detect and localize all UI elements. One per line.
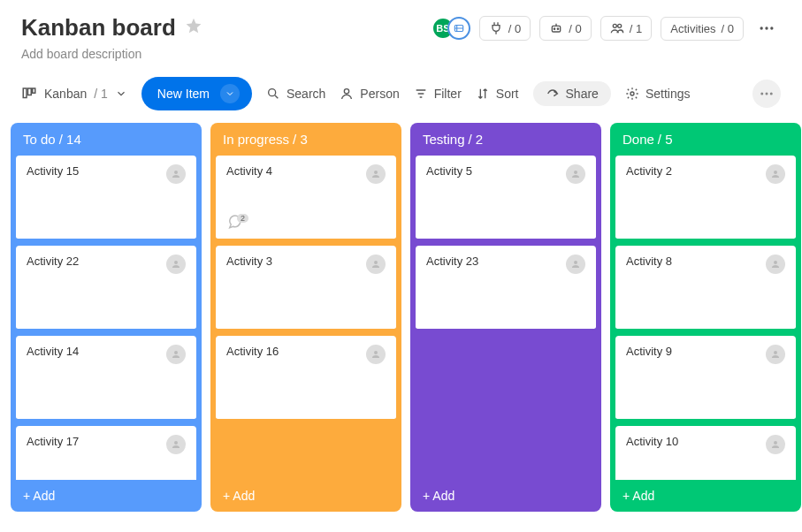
kanban-card[interactable]: Activity 2 [615, 156, 796, 240]
avatar-stack[interactable]: BS [432, 17, 470, 40]
members-pill[interactable]: / 1 [600, 16, 652, 41]
kanban-card[interactable]: Activity 9 [615, 336, 796, 421]
assignee-avatar[interactable] [766, 164, 785, 184]
kanban-icon [21, 86, 37, 102]
kanban-card[interactable]: Activity 14 [16, 336, 196, 421]
search-icon [266, 87, 280, 101]
column-header[interactable]: To do / 14 [11, 123, 202, 156]
chevron-down-icon [225, 88, 235, 99]
activities-pill[interactable]: Activities / 0 [661, 17, 744, 41]
svg-point-6 [760, 27, 763, 29]
column-todo: To do / 14Activity 15Activity 22Activity… [11, 123, 202, 512]
more-menu-button[interactable] [752, 14, 781, 42]
column-header[interactable]: In progress / 3 [210, 123, 401, 156]
settings-button[interactable]: Settings [625, 87, 691, 101]
kanban-card[interactable]: Activity 17 [16, 426, 196, 480]
column-title: In progress [223, 132, 289, 147]
kanban-card[interactable]: Activity 3 [216, 246, 396, 331]
card-comments[interactable]: 2 [226, 214, 386, 230]
kanban-card[interactable]: Activity 22 [16, 246, 196, 331]
add-card-button[interactable]: + Add [610, 480, 801, 512]
activities-label: Activities [670, 22, 715, 35]
assignee-avatar[interactable] [366, 345, 386, 364]
svg-rect-10 [28, 88, 32, 95]
svg-point-8 [770, 27, 773, 29]
add-card-button[interactable]: + Add [210, 480, 401, 512]
person-icon [340, 87, 354, 101]
person-filter-button[interactable]: Person [340, 87, 399, 101]
card-title: Activity 9 [626, 345, 672, 358]
column-done: Done / 5Activity 2Activity 8Activity 9Ac… [610, 123, 801, 512]
card-title: Activity 15 [27, 164, 79, 178]
assignee-avatar[interactable] [166, 164, 186, 184]
filter-label: Filter [434, 87, 462, 101]
robot-icon [549, 21, 563, 35]
assignee-avatar[interactable] [366, 164, 386, 184]
kanban-card[interactable]: Activity 5 [416, 156, 596, 240]
svg-point-15 [760, 93, 763, 95]
add-card-button[interactable]: + Add [11, 480, 202, 512]
card-title: Activity 22 [27, 255, 79, 268]
share-button[interactable]: Share [533, 81, 611, 106]
svg-rect-11 [33, 88, 35, 93]
kanban-card[interactable]: Activity 15 [16, 156, 196, 240]
filter-button[interactable]: Filter [414, 87, 462, 101]
board-title[interactable]: Kanban board [21, 14, 176, 42]
new-item-button[interactable]: New Item [141, 77, 252, 110]
add-card-button[interactable]: + Add [410, 480, 601, 512]
svg-rect-9 [23, 88, 27, 98]
kanban-card[interactable]: Activity 42 [216, 156, 396, 240]
assignee-avatar[interactable] [566, 164, 585, 184]
comment-count: 2 [237, 214, 248, 223]
svg-point-5 [617, 24, 621, 27]
plug-icon [489, 21, 503, 35]
toolbar-more-button[interactable] [752, 80, 781, 108]
board-header: Kanban board Add board description BS / … [0, 0, 802, 68]
card-title: Activity 14 [27, 345, 79, 358]
new-item-dropdown[interactable] [220, 84, 240, 103]
kanban-card[interactable]: Activity 8 [615, 246, 796, 331]
search-label: Search [286, 87, 325, 101]
column-body: Activity 42Activity 3Activity 16 [210, 156, 401, 480]
kanban-card[interactable]: Activity 16 [216, 336, 396, 421]
header-right: BS / 0 / 0 / 1 Activities / 0 [432, 14, 781, 42]
assignee-avatar[interactable] [566, 255, 585, 274]
card-title: Activity 4 [226, 164, 272, 178]
gear-icon [625, 87, 639, 101]
assignee-avatar[interactable] [366, 255, 386, 274]
column-body: Activity 5Activity 23 [410, 156, 601, 480]
automation-count: / 0 [569, 22, 581, 35]
column-count: / 14 [59, 132, 81, 147]
card-title: Activity 17 [27, 435, 79, 448]
integrations-pill[interactable]: / 0 [479, 16, 531, 41]
column-header[interactable]: Testing / 2 [410, 123, 601, 156]
assignee-avatar[interactable] [166, 255, 186, 274]
svg-point-12 [269, 89, 276, 96]
assignee-avatar[interactable] [766, 345, 785, 364]
share-label: Share [566, 87, 599, 101]
assignee-avatar[interactable] [766, 255, 785, 274]
assignee-avatar[interactable] [766, 435, 785, 454]
column-body: Activity 2Activity 8Activity 9Activity 1… [610, 156, 801, 480]
settings-label: Settings [645, 87, 691, 101]
sort-button[interactable]: Sort [476, 87, 519, 101]
card-title: Activity 16 [226, 345, 279, 358]
view-switcher[interactable]: Kanban / 1 [21, 86, 127, 102]
sort-label: Sort [496, 87, 519, 101]
title-area: Kanban board Add board description [21, 14, 202, 61]
star-icon[interactable] [185, 17, 202, 39]
automation-pill[interactable]: / 0 [539, 16, 591, 41]
card-title: Activity 23 [426, 255, 478, 268]
view-label: Kanban [44, 87, 87, 101]
column-title: To do [23, 132, 56, 147]
svg-point-2 [554, 28, 555, 29]
column-header[interactable]: Done / 5 [610, 123, 801, 156]
assignee-avatar[interactable] [166, 345, 186, 364]
kanban-card[interactable]: Activity 23 [416, 246, 596, 331]
search-button[interactable]: Search [266, 87, 325, 101]
column-progress: In progress / 3Activity 42Activity 3Acti… [210, 123, 401, 512]
card-title: Activity 8 [626, 255, 672, 268]
assignee-avatar[interactable] [166, 435, 186, 454]
board-description[interactable]: Add board description [21, 47, 202, 61]
kanban-card[interactable]: Activity 10 [615, 426, 796, 480]
